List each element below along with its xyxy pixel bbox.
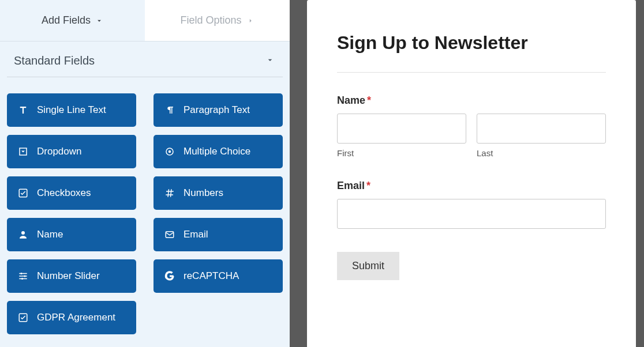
app-root: Add Fields Field Options Standard Fields xyxy=(0,0,644,347)
svg-point-6 xyxy=(24,276,26,277)
field-label: Name xyxy=(37,229,63,240)
field-label: Email xyxy=(184,229,208,240)
field-recaptcha[interactable]: reCAPTCHA xyxy=(153,259,283,293)
required-mark: * xyxy=(366,180,370,191)
field-label: Multiple Choice xyxy=(184,146,250,157)
field-label: Paragraph Text xyxy=(184,104,250,116)
preview-area: Sign Up to Newsletter Name* First Last E… xyxy=(290,0,644,347)
field-gdpr-agreement[interactable]: GDPR Agreement xyxy=(7,301,136,334)
svg-point-7 xyxy=(21,278,23,280)
left-panel: Add Fields Field Options Standard Fields xyxy=(0,0,290,347)
form-title: Sign Up to Newsletter xyxy=(337,32,606,54)
tab-field-options-label: Field Options xyxy=(180,14,241,27)
dropdown-icon xyxy=(17,146,29,157)
field-label: Dropdown xyxy=(37,146,82,157)
chevron-down-icon xyxy=(95,17,103,25)
title-divider xyxy=(337,72,606,73)
tab-add-fields-label: Add Fields xyxy=(42,14,91,27)
field-label: reCAPTCHA xyxy=(184,270,239,282)
field-single-line-text[interactable]: Single Line Text xyxy=(7,93,136,127)
field-label: Number Slider xyxy=(37,270,100,282)
envelope-icon xyxy=(164,229,175,240)
field-grid: Single Line Text Paragraph Text Dropdown… xyxy=(0,77,290,346)
field-number-slider[interactable]: Number Slider xyxy=(7,259,136,293)
last-name-col: Last xyxy=(477,114,606,158)
svg-point-3 xyxy=(21,231,25,235)
text-cursor-icon xyxy=(17,105,29,115)
last-name-input[interactable] xyxy=(477,114,606,144)
email-input[interactable] xyxy=(337,199,606,229)
name-row: First Last xyxy=(337,114,606,158)
field-multiple-choice[interactable]: Multiple Choice xyxy=(153,135,283,168)
field-checkboxes[interactable]: Checkboxes xyxy=(7,176,136,210)
required-mark: * xyxy=(367,95,371,106)
first-sublabel: First xyxy=(337,148,466,158)
svg-point-1 xyxy=(169,150,171,153)
submit-button[interactable]: Submit xyxy=(337,252,399,280)
field-name[interactable]: Name xyxy=(7,218,136,251)
section-header-standard-fields[interactable]: Standard Fields xyxy=(7,42,283,77)
svg-point-5 xyxy=(21,273,23,274)
paragraph-icon xyxy=(164,105,175,115)
last-sublabel: Last xyxy=(477,148,606,158)
field-label: GDPR Agreement xyxy=(37,312,115,323)
hash-icon xyxy=(164,188,175,198)
checkbox-icon xyxy=(17,188,29,198)
google-icon xyxy=(164,271,175,281)
checkbox-icon xyxy=(17,312,29,323)
field-email[interactable]: Email xyxy=(153,218,283,251)
first-name-col: First xyxy=(337,114,466,158)
first-name-input[interactable] xyxy=(337,114,466,144)
field-label: Single Line Text xyxy=(37,104,106,116)
field-label: Numbers xyxy=(184,187,223,199)
sliders-icon xyxy=(17,271,29,281)
radio-icon xyxy=(164,146,175,157)
field-label: Checkboxes xyxy=(37,187,91,199)
email-label: Email* xyxy=(337,180,606,192)
user-icon xyxy=(17,229,29,240)
form-preview: Sign Up to Newsletter Name* First Last E… xyxy=(307,0,636,347)
chevron-right-icon xyxy=(246,17,254,25)
email-block: Email* xyxy=(337,180,606,229)
tabs: Add Fields Field Options xyxy=(0,0,290,42)
chevron-down-icon xyxy=(265,55,275,67)
tab-field-options[interactable]: Field Options xyxy=(145,0,290,41)
submit-button-label: Submit xyxy=(352,260,384,271)
field-dropdown[interactable]: Dropdown xyxy=(7,135,136,168)
name-label: Name* xyxy=(337,95,606,107)
field-paragraph-text[interactable]: Paragraph Text xyxy=(153,93,283,127)
section-title: Standard Fields xyxy=(14,54,95,67)
email-label-text: Email xyxy=(337,180,365,191)
tab-add-fields[interactable]: Add Fields xyxy=(0,0,145,41)
field-numbers[interactable]: Numbers xyxy=(153,176,283,210)
name-label-text: Name xyxy=(337,95,365,106)
